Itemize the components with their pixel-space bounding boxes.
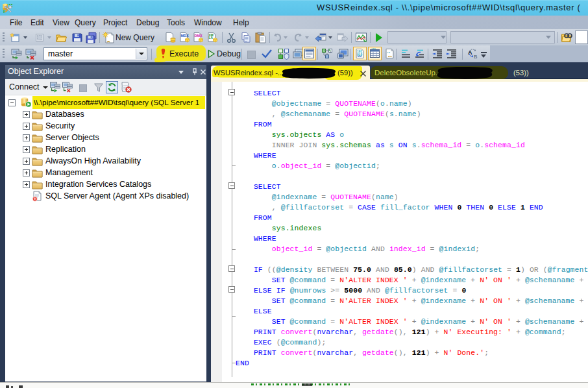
svg-text:DMX: DMX xyxy=(195,34,203,38)
svg-text:10: 10 xyxy=(387,51,390,54)
svg-text:B: B xyxy=(474,54,477,60)
svg-text:101: 101 xyxy=(371,48,376,50)
svg-text:MDX: MDX xyxy=(181,34,190,38)
svg-text:010: 010 xyxy=(357,53,362,56)
svg-text:LA: LA xyxy=(209,36,214,40)
